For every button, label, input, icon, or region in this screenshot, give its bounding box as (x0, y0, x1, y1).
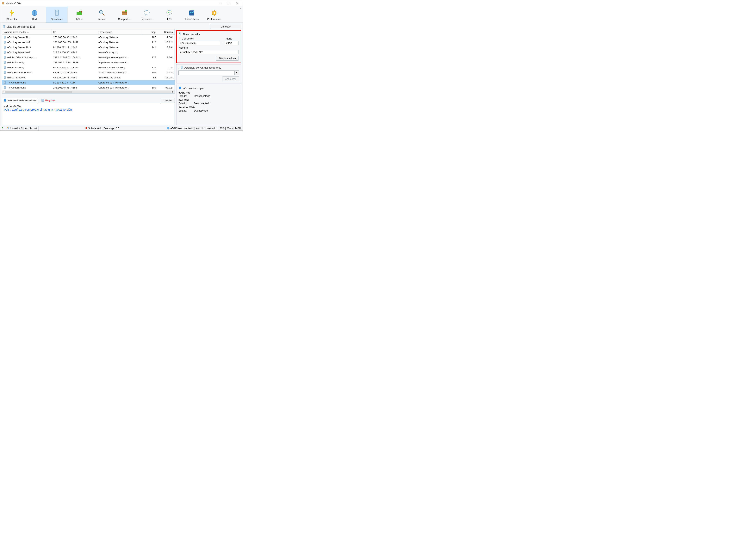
table-row[interactable]: eDonkey Server No1176.103.56.98 : 2442eD… (2, 35, 175, 40)
close-button[interactable] (233, 0, 241, 6)
table-row[interactable]: eDonkey Server No391.226.212.11 : 2442eD… (2, 45, 175, 50)
servermet-url-input[interactable] (179, 71, 235, 75)
new-server-icon (179, 32, 182, 36)
svg-rect-35 (4, 56, 5, 58)
svg-line-27 (216, 14, 216, 15)
table-row[interactable]: eMule oVPN.to Anonym…193.124.182.62 : 64… (2, 55, 175, 60)
server-met-icon (180, 66, 183, 69)
maximize-button[interactable] (225, 0, 233, 6)
col-users[interactable]: Usuario (157, 30, 175, 35)
log-tabs: i Información de servidores Registro Lim… (2, 98, 175, 103)
check-update-link[interactable]: Pulsa aquí para comprobar si hay una nue… (4, 108, 72, 111)
server-name-input[interactable] (179, 50, 239, 54)
svg-point-52 (7, 127, 8, 128)
svg-rect-36 (4, 61, 5, 64)
svg-text:!: ! (146, 11, 147, 14)
toolbar-connect[interactable]: Conectar (1, 7, 23, 23)
server-small-icon (2, 25, 6, 29)
toolbar-servers[interactable]: Servidores (46, 7, 68, 23)
server-row-icon (3, 46, 6, 49)
col-ping[interactable]: Ping (141, 30, 157, 35)
svg-rect-34 (4, 51, 5, 53)
status-metrics: 30.0 | 28ms | 140% (218, 126, 243, 130)
dropdown-icon[interactable]: ▼ (235, 71, 239, 75)
server-row-icon (3, 41, 6, 44)
svg-point-21 (214, 12, 215, 14)
server-row-icon (3, 56, 6, 59)
box-icon (120, 9, 128, 17)
main-toolbar: Conectar Kad Servidores Tráfico Buscar C… (0, 6, 243, 23)
toolbar-preferences[interactable]: Preferencias (203, 7, 225, 23)
svg-point-0 (2, 2, 4, 4)
col-name[interactable]: Nombre del servidor▲ (2, 30, 52, 35)
table-row[interactable]: TV Underground176.103.48.36 : 4184Operat… (2, 85, 175, 90)
port-input[interactable] (225, 41, 239, 45)
col-ip[interactable]: IP (52, 30, 97, 35)
svg-rect-33 (4, 46, 5, 48)
svg-rect-39 (4, 76, 5, 79)
svg-text:i: i (5, 99, 5, 102)
svg-text:IRC: IRC (168, 11, 171, 13)
kad-state: Desconectado (194, 102, 210, 105)
toolbar-traffic[interactable]: Tráfico (68, 7, 90, 23)
svg-rect-32 (4, 41, 5, 43)
irc-bubble-icon: IRC (165, 9, 174, 17)
search-icon (98, 9, 106, 17)
table-row[interactable]: TV Underground91.194.40.23 : 4184Operate… (2, 80, 175, 85)
servers-panel: Lista de servidores (11) Nombre del serv… (2, 24, 175, 125)
svg-point-14 (125, 10, 127, 12)
ip-input[interactable] (179, 41, 220, 45)
log-version-text: eMule v0.50a (4, 105, 173, 108)
status-s: S (0, 126, 5, 130)
sort-asc-icon: ▲ (27, 31, 29, 33)
emule-icon (1, 1, 5, 5)
servers-grid: Nombre del servidor▲ IP Descripción Ping… (2, 29, 175, 93)
globe-small-icon (167, 127, 170, 129)
connect-button[interactable]: Conectar (210, 24, 241, 29)
add-to-list-button[interactable]: Añadir a la lista (216, 56, 239, 61)
server-row-icon (3, 51, 6, 54)
col-desc[interactable]: Descripción (97, 30, 141, 35)
ed2k-net-label: eD2K Red (179, 91, 239, 94)
lightning-icon (8, 9, 16, 17)
port-label: Puerto (225, 37, 239, 40)
titlebar: eMule v0.50a (0, 0, 243, 6)
new-server-title: Nuevo servidor (183, 33, 200, 36)
server-row-icon (3, 36, 6, 39)
toolbar-share[interactable]: Comparti… (113, 7, 136, 23)
tab-server-info[interactable]: i Información de servidores (2, 98, 38, 103)
horizontal-scrollbar[interactable]: ◄ ► (2, 90, 175, 93)
minimize-button[interactable] (216, 0, 225, 6)
right-sidebar: Conectar Nuevo servidor IP o dirección :… (176, 24, 241, 125)
svg-point-53 (8, 127, 9, 129)
toolbar-irc[interactable]: IRC IRC (158, 7, 180, 23)
scroll-left-icon[interactable]: ◄ (2, 91, 5, 93)
name-label: Nombre (179, 46, 239, 49)
table-row[interactable]: GrupoTS Server46.105.126.71 : 4661El for… (2, 75, 175, 80)
table-row[interactable]: eDonkeyServer No2212.63.206.35 : 4242www… (2, 50, 175, 55)
svg-point-48 (179, 33, 180, 34)
clear-log-button[interactable]: Limpiar (161, 98, 175, 103)
server-row-icon (3, 86, 6, 89)
table-row[interactable]: eMULE server Europe89.187.142.38 : 4646A… (2, 70, 175, 75)
toolbar-kad[interactable]: Kad (24, 7, 45, 23)
toolbar-statistics[interactable]: Estadísticas (181, 7, 203, 23)
stats-icon (188, 9, 196, 17)
svg-text:i: i (180, 87, 180, 89)
table-row[interactable]: eDonkey server No2176.103.56.135 : 2442e… (2, 40, 175, 45)
svg-rect-41 (4, 86, 5, 89)
scroll-right-icon[interactable]: ► (172, 91, 175, 93)
update-servermet-button[interactable]: Actualizar (222, 77, 239, 81)
toolbar-messages[interactable]: ! Mensajes (136, 7, 158, 23)
table-row[interactable]: eMule Security193.169.219.38 : 3838http:… (2, 60, 175, 65)
tab-log[interactable]: Registro (40, 98, 57, 103)
servers-panel-title: Lista de servidores (11) (7, 25, 35, 28)
app-window: eMule v0.50a Conectar Kad Servidores Trá… (0, 0, 243, 131)
table-row[interactable]: eMule Security80.208.228.241 : 8369www.e… (2, 65, 175, 70)
scroll-thumb[interactable] (5, 91, 72, 93)
server-row-icon (3, 71, 6, 74)
toolbar-search[interactable]: Buscar (91, 7, 113, 23)
svg-line-28 (216, 11, 216, 11)
status-transfer: Subida: 0.0|Descarga: 0.0 (39, 126, 165, 130)
toolbar-overflow-icon[interactable]: » (240, 7, 241, 10)
